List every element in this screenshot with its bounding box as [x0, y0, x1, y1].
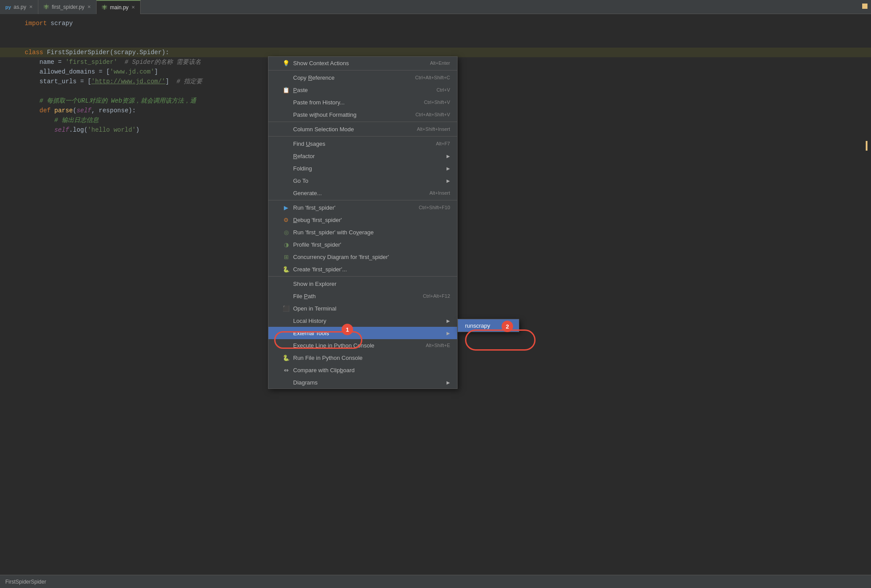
menu-folding[interactable]: Folding ▶	[268, 162, 457, 174]
status-text: FirstSpiderSpider	[5, 579, 46, 585]
code-line-4: class FirstSpiderSpider(scrapy.Spider):	[0, 48, 871, 57]
divider-4	[268, 200, 457, 200]
menu-column-selection[interactable]: Column Selection Mode Alt+Shift+Insert	[268, 123, 457, 135]
menu-label: Paste	[293, 87, 308, 93]
tab-label: main.py	[110, 4, 129, 11]
menu-label: Folding	[293, 165, 312, 172]
menu-label: Generate...	[293, 190, 322, 196]
coverage-icon: ◎	[283, 229, 290, 236]
menu-shortcut: Ctrl+V	[436, 87, 450, 92]
divider-2	[268, 122, 457, 122]
menu-shortcut: Alt+Shift+Insert	[417, 126, 450, 132]
tab-label: first_spider.py	[52, 4, 85, 10]
compare-icon: ⇔	[283, 367, 290, 374]
tab-bar: py as.py ✕ 🕷 first_spider.py ✕ 🕷 main.py…	[0, 0, 871, 14]
menu-label: Paste without Formatting	[293, 111, 357, 118]
annotation-circle-2: 2	[502, 321, 513, 332]
spider-icon: 🕷	[44, 4, 49, 10]
menu-paste-history[interactable]: Paste from History... Ctrl+Shift+V	[268, 96, 457, 108]
divider-5	[268, 276, 457, 277]
tab-close-active[interactable]: ✕	[131, 5, 135, 10]
concurrency-icon: ⊞	[283, 254, 290, 260]
menu-debug[interactable]: ⚙ Debug 'first_spider'	[268, 214, 457, 226]
submenu-arrow: ▶	[447, 166, 450, 171]
code-line-3	[0, 38, 871, 48]
menu-copy-reference[interactable]: Copy Reference Ctrl+Alt+Shift+C	[268, 71, 457, 84]
terminal-icon: ⬛	[283, 305, 290, 312]
code-line-2	[0, 28, 871, 38]
menu-shortcut: Alt+F7	[436, 141, 450, 146]
submenu-arrow: ▶	[447, 318, 450, 323]
menu-label: Create 'first_spider'...	[293, 266, 347, 273]
tab-close[interactable]: ✕	[29, 4, 33, 9]
menu-label: Show Context Actions	[293, 60, 349, 67]
python2-icon: 🐍	[283, 355, 290, 361]
tab-main-py[interactable]: 🕷 main.py ✕	[97, 0, 141, 14]
tab-label: as.py	[14, 4, 26, 10]
menu-label: Copy Reference	[293, 74, 335, 81]
menu-paste-no-format[interactable]: Paste without Formatting Ctrl+Alt+Shift+…	[268, 108, 457, 121]
submenu-arrow: ▶	[447, 178, 450, 183]
submenu-arrow: ▶	[447, 331, 450, 336]
right-marker-scroll	[866, 141, 867, 151]
menu-run[interactable]: ▶ Run 'first_spider' Ctrl+Shift+F10	[268, 201, 457, 214]
submenu-arrow: ▶	[447, 154, 450, 159]
divider-1	[268, 70, 457, 70]
menu-label: Go To	[293, 178, 308, 184]
menu-open-terminal[interactable]: ⬛ Open in Terminal	[268, 302, 457, 314]
divider-3	[268, 136, 457, 137]
menu-shortcut: Ctrl+Alt+Shift+V	[415, 112, 450, 117]
menu-label: Find Usages	[293, 141, 325, 147]
menu-shortcut: Alt+Insert	[429, 190, 450, 196]
menu-label: Column Selection Mode	[293, 126, 354, 133]
menu-shortcut: Alt+Enter	[430, 60, 450, 66]
spider-icon2: 🕷	[102, 4, 108, 11]
menu-shortcut: Ctrl+Alt+Shift+C	[415, 75, 450, 80]
menu-shortcut: Ctrl+Alt+F12	[423, 293, 450, 299]
menu-diagrams[interactable]: Diagrams ▶	[268, 376, 457, 388]
menu-run-coverage[interactable]: ◎ Run 'first_spider' with Coverage	[268, 226, 457, 238]
menu-label: Debug 'first_spider'	[293, 217, 342, 223]
oval-annotation-2	[465, 329, 536, 351]
menu-compare-clipboard[interactable]: ⇔ Compare with Clipboard	[268, 364, 457, 376]
python-icon: 🐍	[283, 266, 290, 273]
menu-run-file[interactable]: 🐍 Run File in Python Console	[268, 351, 457, 364]
profile-icon: ◑	[283, 241, 290, 248]
submenu-label: runscrapy	[465, 322, 490, 329]
menu-label: Run File in Python Console	[293, 355, 363, 361]
menu-refactor[interactable]: Refactor ▶	[268, 150, 457, 162]
annotation-circle-1: 1	[342, 324, 353, 335]
right-marker-top	[862, 4, 867, 9]
menu-label: Profile 'first_spider'	[293, 241, 341, 248]
tab-first-spider-py[interactable]: 🕷 first_spider.py ✕	[38, 0, 97, 14]
menu-label: File Path	[293, 293, 316, 300]
menu-local-history[interactable]: Local History ▶	[268, 314, 457, 327]
menu-label: Open in Terminal	[293, 305, 336, 312]
code-line-1: import scrapy	[0, 18, 871, 28]
menu-shortcut: Ctrl+Shift+F10	[419, 205, 450, 210]
py-icon: py	[5, 4, 11, 10]
menu-show-explorer[interactable]: Show in Explorer	[268, 277, 457, 290]
tab-close[interactable]: ✕	[87, 4, 91, 9]
menu-generate[interactable]: Generate... Alt+Insert	[268, 187, 457, 199]
menu-show-context-actions[interactable]: 💡 Show Context Actions Alt+Enter	[268, 57, 457, 69]
menu-label: Local History	[293, 318, 326, 324]
menu-label: Run 'first_spider' with Coverage	[293, 229, 374, 236]
menu-file-path[interactable]: File Path Ctrl+Alt+F12	[268, 290, 457, 302]
menu-paste[interactable]: 📋 Paste Ctrl+V	[268, 84, 457, 96]
menu-find-usages[interactable]: Find Usages Alt+F7	[268, 137, 457, 150]
tab-as-py[interactable]: py as.py ✕	[0, 0, 38, 14]
menu-label: Compare with Clipboard	[293, 367, 354, 374]
bulb-icon: 💡	[283, 60, 290, 67]
menu-goto[interactable]: Go To ▶	[268, 174, 457, 187]
menu-profile[interactable]: ◑ Profile 'first_spider'	[268, 238, 457, 251]
run-icon: ▶	[283, 204, 290, 211]
menu-shortcut: Alt+Shift+E	[426, 343, 450, 348]
menu-create[interactable]: 🐍 Create 'first_spider'...	[268, 263, 457, 275]
menu-label: Concurrency Diagram for 'first_spider'	[293, 254, 389, 260]
menu-concurrency[interactable]: ⊞ Concurrency Diagram for 'first_spider'	[268, 251, 457, 263]
menu-label: Run 'first_spider'	[293, 204, 335, 211]
status-bar: FirstSpiderSpider	[0, 575, 871, 588]
menu-shortcut: Ctrl+Shift+V	[424, 100, 450, 105]
debug-icon: ⚙	[283, 217, 290, 223]
